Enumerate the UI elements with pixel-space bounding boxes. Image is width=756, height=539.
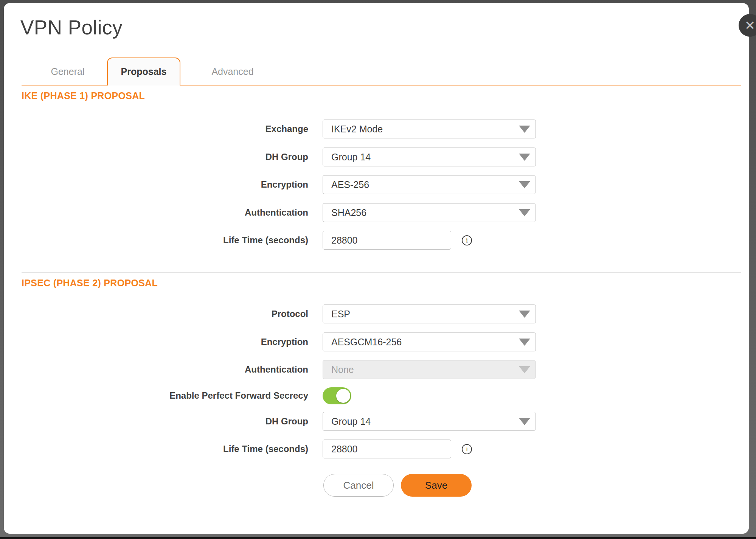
phase1-section-heading: IKE (PHASE 1) PROPOSAL <box>22 90 145 101</box>
protocol-row: Protocol ESP <box>22 300 551 328</box>
dh-group2-dropdown[interactable]: Group 14 <box>323 412 536 431</box>
encryption-value: AES-256 <box>331 179 369 190</box>
encryption2-row: Encryption AESGCM16-256 <box>22 328 551 356</box>
dh-group2-row: DH Group Group 14 <box>22 407 551 435</box>
encryption-row: Encryption AES-256 <box>22 171 551 199</box>
dh-group-row: DH Group Group 14 <box>22 143 551 171</box>
chevron-down-icon <box>519 418 530 425</box>
dh-group2-value: Group 14 <box>331 416 371 427</box>
pfs-row: Enable Perfect Forward Secrecy <box>22 382 551 410</box>
chevron-down-icon <box>519 366 530 373</box>
toggle-knob <box>336 389 350 403</box>
tab-advanced[interactable]: Advanced <box>204 57 261 85</box>
save-button[interactable]: Save <box>401 474 472 497</box>
life-time-row: Life Time (seconds) i <box>22 226 551 254</box>
dh-group-value: Group 14 <box>331 152 371 163</box>
protocol-label: Protocol <box>22 309 323 319</box>
chevron-down-icon <box>519 311 530 318</box>
phase2-section-heading: IPSEC (PHASE 2) PROPOSAL <box>22 278 158 289</box>
chevron-down-icon <box>519 126 530 133</box>
pfs-label: Enable Perfect Forward Secrecy <box>22 390 323 401</box>
dh-group-label: DH Group <box>22 152 323 162</box>
exchange-dropdown[interactable]: IKEv2 Mode <box>323 120 536 138</box>
tab-proposals[interactable]: Proposals <box>107 57 180 85</box>
exchange-label: Exchange <box>22 124 323 134</box>
dh-group-dropdown[interactable]: Group 14 <box>323 148 536 166</box>
encryption-label: Encryption <box>22 179 323 190</box>
exchange-row: Exchange IKEv2 Mode <box>22 115 551 143</box>
life-time2-input[interactable] <box>323 440 451 458</box>
authentication-value: SHA256 <box>331 207 366 218</box>
chevron-down-icon <box>519 339 530 346</box>
info-icon[interactable]: i <box>462 235 472 245</box>
authentication-label: Authentication <box>22 207 323 218</box>
encryption2-dropdown[interactable]: AESGCM16-256 <box>323 332 536 351</box>
dh-group2-label: DH Group <box>22 416 323 427</box>
encryption2-value: AESGCM16-256 <box>331 337 402 348</box>
authentication-dropdown[interactable]: SHA256 <box>323 203 536 222</box>
authentication2-label: Authentication <box>22 364 323 375</box>
life-time2-row: Life Time (seconds) i <box>22 435 551 463</box>
tab-general[interactable]: General <box>39 57 96 85</box>
authentication2-row: Authentication None <box>22 356 551 384</box>
vpn-policy-dialog: VPN Policy General Proposals Advanced IK… <box>4 3 749 534</box>
encryption-dropdown[interactable]: AES-256 <box>323 175 536 194</box>
chevron-down-icon <box>519 181 530 188</box>
life-time2-label: Life Time (seconds) <box>22 444 323 454</box>
protocol-value: ESP <box>331 309 350 320</box>
life-time-label: Life Time (seconds) <box>22 235 323 245</box>
life-time-input[interactable] <box>323 231 451 250</box>
cancel-button[interactable]: Cancel <box>323 474 394 497</box>
info-icon[interactable]: i <box>462 444 472 454</box>
page-title: VPN Policy <box>20 16 123 39</box>
pfs-toggle-on[interactable] <box>323 387 351 404</box>
authentication2-dropdown-disabled: None <box>323 360 536 379</box>
chevron-down-icon <box>519 154 530 161</box>
chevron-down-icon <box>519 209 530 216</box>
authentication2-value: None <box>331 364 354 375</box>
screen-bottom-edge <box>0 537 756 539</box>
section-divider <box>22 272 741 273</box>
authentication-row: Authentication SHA256 <box>22 199 551 227</box>
encryption2-label: Encryption <box>22 337 323 347</box>
exchange-value: IKEv2 Mode <box>331 124 383 135</box>
protocol-dropdown[interactable]: ESP <box>323 304 536 323</box>
